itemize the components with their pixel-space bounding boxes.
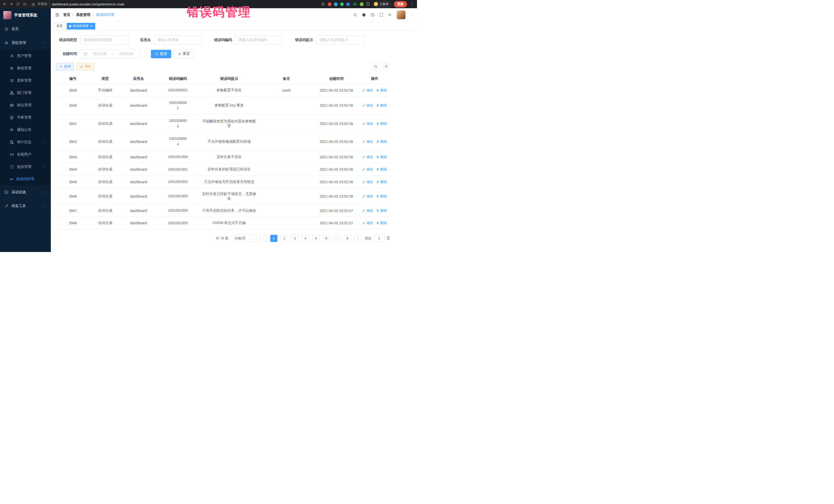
edit-link[interactable]: 修改 <box>363 221 373 225</box>
github-icon[interactable] <box>362 13 366 17</box>
delete-link[interactable]: 删除 <box>376 139 387 144</box>
search-button[interactable]: 搜索 <box>151 50 171 58</box>
next-page-button[interactable] <box>354 235 361 242</box>
delete-link[interactable]: 删除 <box>376 88 387 93</box>
delete-link[interactable]: 删除 <box>376 209 387 213</box>
trash-icon <box>376 155 379 159</box>
page-button[interactable]: 2 <box>281 235 288 242</box>
user-avatar[interactable] <box>397 10 405 19</box>
edit-link[interactable]: 修改 <box>363 103 373 108</box>
extension-icon-red[interactable] <box>328 2 332 6</box>
breadcrumb-home[interactable]: 首页 <box>63 13 70 17</box>
extension-icon-green-v[interactable]: v <box>340 2 344 6</box>
back-icon[interactable] <box>3 2 7 6</box>
extension-icon-blue[interactable] <box>346 2 350 6</box>
date-range-picker[interactable]: 开始日期 - 结束日期 <box>80 49 140 59</box>
reset-button[interactable]: 重置 <box>174 50 194 58</box>
filter-app-label: 应用名 <box>140 38 151 42</box>
sidebar-item-system[interactable]: 系统管理 <box>0 36 51 50</box>
browser-menu-icon[interactable]: ⋮ <box>410 2 414 6</box>
breadcrumb-system[interactable]: 系统管理 <box>76 13 90 17</box>
edit-link[interactable]: 修改 <box>363 180 373 184</box>
refresh-table-button[interactable] <box>382 63 390 70</box>
hamburger-icon[interactable] <box>55 13 60 17</box>
help-icon[interactable]: ? <box>371 13 375 17</box>
delete-link[interactable]: 删除 <box>376 155 387 159</box>
edit-link[interactable]: 修改 <box>363 209 373 213</box>
toggle-search-button[interactable] <box>372 63 379 70</box>
extensions-puzzle-icon[interactable] <box>366 2 370 6</box>
delete-link[interactable]: 删除 <box>376 122 387 126</box>
sidebar-item-roles[interactable]: 角色管理 <box>0 62 51 74</box>
tab-home[interactable]: 首页 <box>54 23 65 29</box>
error-type-select[interactable]: 请选择错误码类型 <box>80 36 128 45</box>
page-button[interactable]: 4 <box>302 235 309 242</box>
edit-link[interactable]: 修改 <box>363 155 373 159</box>
bookmark-star-icon[interactable] <box>321 2 325 6</box>
delete-link[interactable]: 删除 <box>376 167 387 172</box>
extension-icon-leaf[interactable] <box>360 2 364 6</box>
sidebar-item-infrastructure[interactable]: 基础设施 <box>0 185 51 199</box>
col-code: 错误码编码 <box>156 74 199 84</box>
sidebar-item-home[interactable]: 首页 <box>0 22 51 36</box>
edit-link[interactable]: 修改 <box>363 194 373 199</box>
sidebar-item-dev-tools[interactable]: 研发工具 <box>0 199 51 213</box>
sidebar-item-departments[interactable]: 部门管理 <box>0 87 51 99</box>
tab-error-code[interactable]: 错误码管理 ✕ <box>67 23 95 29</box>
app-name-input[interactable]: 请输入应用名 <box>154 36 202 45</box>
page-button[interactable]: 5 <box>312 235 320 242</box>
pencil-icon <box>363 89 366 92</box>
sidebar-item-users[interactable]: 用户管理 <box>0 50 51 62</box>
sidebar-item-error-code[interactable]: </> 错误码管理 <box>0 173 51 185</box>
edit-link[interactable]: 修改 <box>363 122 373 126</box>
fullscreen-icon[interactable] <box>379 13 383 17</box>
reload-icon[interactable] <box>16 2 20 6</box>
delete-link[interactable]: 删除 <box>376 180 387 184</box>
export-button[interactable]: 导出 <box>76 63 94 70</box>
pencil-icon <box>363 221 366 224</box>
edit-link[interactable]: 修改 <box>363 167 373 172</box>
chevron-down-icon <box>43 191 46 194</box>
page-button[interactable]: 1 <box>270 235 278 242</box>
sidebar-item-dictionary[interactable]: 字典管理 <box>0 111 51 124</box>
avatar-caret-icon[interactable] <box>410 14 413 17</box>
trash-icon <box>376 168 379 171</box>
prev-page-button[interactable] <box>260 235 267 242</box>
page-size-select[interactable]: 10条/页 <box>232 235 256 242</box>
chevron-down-icon <box>122 39 125 42</box>
col-type: 类型 <box>90 74 120 84</box>
goto-page-input[interactable] <box>374 235 385 242</box>
edit-link[interactable]: 修改 <box>363 139 373 144</box>
update-button[interactable]: 更新 <box>394 1 407 7</box>
pencil-icon <box>363 195 366 198</box>
delete-link[interactable]: 删除 <box>376 103 387 108</box>
profile-paused-chip[interactable]: 已暂停 <box>373 1 391 7</box>
page-button[interactable]: 6 <box>323 235 330 242</box>
extension-icon-drop[interactable] <box>334 2 338 6</box>
sidebar-item-menus[interactable]: 菜单管理 <box>0 74 51 87</box>
error-code-input[interactable]: 请输入错误码编码 <box>235 36 283 45</box>
user-icon <box>10 54 14 58</box>
pencil-icon <box>363 155 366 159</box>
sidebar-item-posts[interactable]: 岗位管理 <box>0 99 51 111</box>
sidebar-item-sms[interactable]: 短信管理 <box>0 161 51 173</box>
page-ellipsis-button[interactable]: ··· <box>333 235 341 242</box>
add-button[interactable]: 新增 <box>56 63 74 70</box>
search-icon[interactable] <box>353 13 357 17</box>
edit-link[interactable]: 修改 <box>363 88 373 93</box>
page-button[interactable]: 3 <box>291 235 299 242</box>
browser-home-icon[interactable] <box>23 2 27 6</box>
forward-icon[interactable] <box>9 2 13 6</box>
font-size-icon[interactable]: TT <box>388 13 392 17</box>
sidebar-item-audit-log[interactable]: 审计日志 <box>0 136 51 148</box>
page-button[interactable]: 8 <box>344 235 351 242</box>
pencil-icon <box>363 122 366 125</box>
tab-close-icon[interactable]: ✕ <box>90 24 93 28</box>
error-hint-input[interactable]: 请输入错误码提示 <box>316 36 365 45</box>
delete-link[interactable]: 删除 <box>376 221 387 225</box>
extension-icon-on-badge[interactable]: on <box>352 2 357 6</box>
sidebar-item-notices[interactable]: 通知公告 <box>0 124 51 136</box>
address-bar[interactable]: 不安全 dashboard.yudao.iocoder.cn/system/er… <box>29 2 325 6</box>
sidebar-item-online-users[interactable]: 在线用户 <box>0 148 51 161</box>
delete-link[interactable]: 删除 <box>376 194 387 199</box>
